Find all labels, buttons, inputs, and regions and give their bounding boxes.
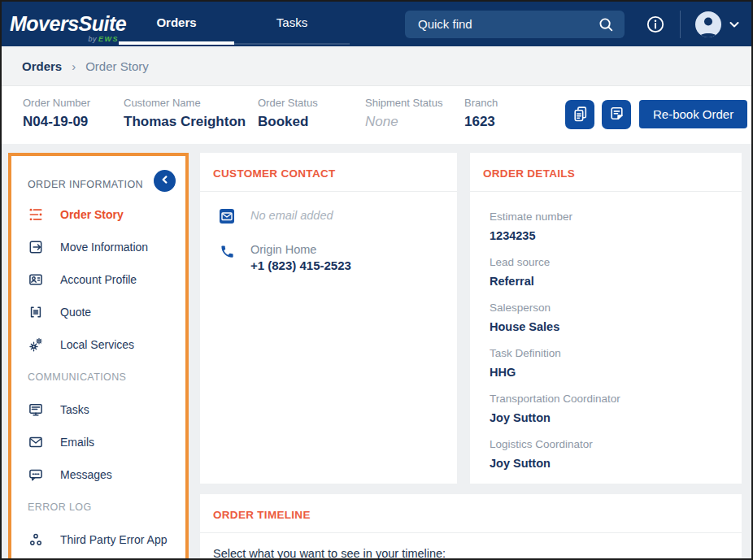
sidebar-section-error-log: ERROR LOG (11, 491, 185, 523)
account-card-icon (28, 271, 44, 288)
sidebar-item-label: Order Story (60, 208, 124, 221)
phone-number: +1 (823) 415-2523 (250, 258, 351, 272)
email-row[interactable]: No email added (220, 208, 444, 224)
search-icon[interactable] (597, 15, 615, 33)
transportation-coordinator-field: Transportation Coordinator Joy Sutton (490, 392, 729, 426)
order-status-field: Order Status Booked (258, 97, 318, 130)
breadcrumb: Orders › Order Story (2, 46, 751, 86)
order-details-card: ORDER DETAILS Estimate number 1234235 Le… (470, 153, 742, 484)
order-status-value: Booked (258, 114, 318, 130)
phone-label: Origin Home (250, 243, 351, 256)
breadcrumb-orders[interactable]: Orders (22, 59, 62, 73)
order-details-title: ORDER DETAILS (483, 167, 575, 180)
gears-icon (28, 336, 44, 353)
tab-tasks[interactable]: Tasks (234, 3, 350, 45)
lead-source-field: Lead source Referral (490, 255, 729, 289)
sidebar-item-label: Tasks (60, 403, 89, 416)
copy-order-button[interactable] (565, 100, 594, 129)
task-definition-value: HHG (490, 364, 729, 380)
order-number-value: N04-19-09 (23, 114, 90, 130)
sidebar-collapse-button[interactable] (154, 170, 176, 192)
sidebar-item-account-profile[interactable]: Account Profile (11, 263, 185, 296)
customer-name-field: Customer Name Thomas Creighton (124, 97, 246, 130)
order-timeline-card: ORDER TIMELINE Select what you want to s… (200, 494, 742, 560)
chat-icon (28, 467, 44, 483)
quote-icon (28, 304, 44, 320)
quick-find-box[interactable] (405, 11, 625, 38)
sidebar-item-move-information[interactable]: Move Information (11, 231, 185, 263)
order-information-sidebar: ORDER INFORMATION (8, 153, 189, 560)
logistics-coordinator-field: Logistics Coordinator Joy Sutton (490, 437, 729, 471)
order-number-label: Order Number (23, 97, 90, 110)
sidebar-item-emails[interactable]: Emails (11, 426, 185, 458)
note-icon (608, 105, 625, 124)
sidebar-item-messages[interactable]: Messages (11, 458, 185, 491)
order-details-body: Estimate number 1234235 Lead source Refe… (470, 192, 742, 471)
shipment-status-value: None (365, 114, 442, 130)
breadcrumb-separator: › (72, 59, 76, 73)
sidebar-item-label: Quote (60, 306, 91, 319)
lead-source-value: Referral (490, 273, 729, 289)
share-nodes-icon (28, 532, 44, 548)
sidebar-item-label: Move Information (60, 241, 148, 254)
logo-text: MoversSuite (10, 14, 117, 34)
customer-contact-title: CUSTOMER CONTACT (213, 167, 336, 180)
salesperson-value: House Sales (490, 319, 729, 335)
order-notes-button[interactable] (602, 100, 631, 129)
sidebar-item-label: Emails (60, 436, 94, 449)
estimate-number-field: Estimate number 1234235 (490, 210, 729, 244)
app-logo[interactable]: MoversSuite byEWS (10, 14, 117, 34)
timeline-prompt: Select what you want to see in your time… (213, 547, 729, 560)
customer-contact-header: CUSTOMER CONTACT (200, 153, 457, 192)
email-square-icon (220, 209, 236, 224)
logistics-coordinator-value: Joy Sutton (490, 455, 729, 471)
customer-contact-body: No email added Origin Home +1 (823) 415-… (200, 192, 457, 272)
branch-value: 1623 (464, 114, 498, 130)
sidebar-item-local-services[interactable]: Local Services (11, 328, 185, 361)
ews-brand: EWS (98, 35, 119, 43)
customer-name-label: Customer Name (124, 97, 246, 110)
tab-orders[interactable]: Orders (119, 3, 234, 45)
email-empty-text: No email added (250, 209, 333, 222)
order-timeline-body: Select what you want to see in your time… (200, 533, 742, 560)
chevron-down-icon[interactable] (729, 19, 740, 30)
move-icon (28, 239, 44, 255)
sidebar-section-communications: COMMUNICATIONS (11, 361, 185, 393)
sidebar-item-label: Third Party Error App (60, 533, 168, 546)
logistics-coordinator-label: Logistics Coordinator (490, 437, 729, 452)
branch-label: Branch (464, 97, 498, 110)
avatar-icon[interactable] (695, 11, 721, 37)
copy-document-icon (572, 105, 589, 124)
primary-nav: Orders Tasks (119, 3, 350, 45)
order-timeline-header: ORDER TIMELINE (200, 494, 742, 533)
order-summary-bar: Order Number N04-19-09 Customer Name Tho… (2, 86, 751, 144)
tab-orders-label: Orders (156, 15, 196, 29)
order-details-header: ORDER DETAILS (470, 153, 742, 192)
estimate-number-label: Estimate number (490, 210, 729, 224)
tab-tasks-label: Tasks (276, 15, 307, 29)
logo-byline: byEWS (88, 35, 119, 43)
branch-field: Branch 1623 (464, 97, 498, 130)
sidebar-item-third-party-error-app[interactable]: Third Party Error App (11, 523, 185, 556)
sidebar-item-order-story[interactable]: Order Story (11, 198, 185, 231)
info-icon[interactable] (646, 15, 665, 34)
customer-contact-card: CUSTOMER CONTACT No email added (200, 153, 457, 484)
lead-source-label: Lead source (490, 255, 729, 270)
main-content: ORDER INFORMATION (2, 144, 751, 558)
top-navbar: MoversSuite byEWS Orders Tasks (2, 2, 751, 46)
chevron-left-icon (160, 175, 170, 187)
phone-row[interactable]: Origin Home +1 (823) 415-2523 (220, 243, 444, 272)
phone-icon (220, 244, 236, 259)
rebook-order-button[interactable]: Re-book Order (639, 100, 747, 128)
sidebar-item-quote[interactable]: Quote (11, 296, 185, 328)
shipment-status-label: Shipment Status (365, 97, 442, 110)
order-timeline-title: ORDER TIMELINE (213, 509, 311, 521)
customer-name-value: Thomas Creighton (124, 114, 246, 130)
sidebar-item-tasks[interactable]: Tasks (11, 393, 185, 426)
salesperson-label: Salesperson (490, 301, 729, 315)
salesperson-field: Salesperson House Sales (490, 301, 729, 335)
task-definition-field: Task Definition HHG (490, 346, 729, 380)
quick-find-input[interactable] (418, 17, 597, 31)
phone-details: Origin Home +1 (823) 415-2523 (250, 243, 351, 272)
timeline-icon (28, 206, 44, 223)
